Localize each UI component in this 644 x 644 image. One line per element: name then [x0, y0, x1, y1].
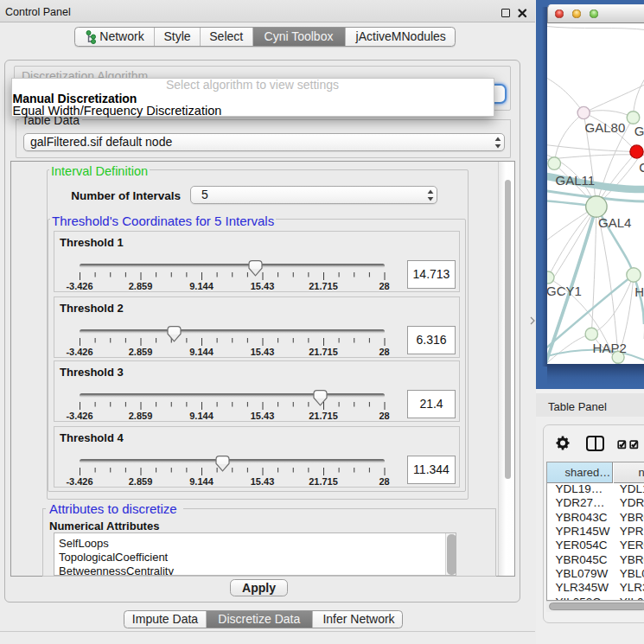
svg-text:H: H — [634, 284, 644, 299]
svg-text:GAL4: GAL4 — [598, 215, 631, 230]
svg-text:HAP2: HAP2 — [593, 341, 627, 355]
svg-text:CY: CY — [639, 160, 644, 175]
svg-text:GAL11: GAL11 — [556, 173, 596, 188]
svg-text:GCY1: GCY1 — [547, 284, 582, 298]
svg-text:G.: G. — [634, 124, 644, 138]
svg-text:GAL80: GAL80 — [585, 120, 626, 135]
